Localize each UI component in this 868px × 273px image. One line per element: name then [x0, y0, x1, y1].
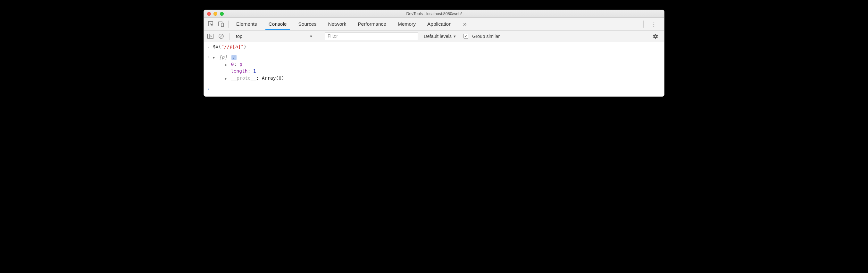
tab-label: Performance: [358, 21, 386, 27]
console-filter-bar: top ▼ Filter Default levels ▼ ✓ Group si…: [204, 30, 664, 42]
filter-input[interactable]: [325, 32, 418, 40]
tab-network[interactable]: Network: [322, 18, 352, 30]
svg-line-6: [220, 35, 223, 38]
expand-icon[interactable]: ▶: [225, 76, 227, 81]
console-input-row: › $x("//p[a]"): [204, 42, 664, 52]
console-settings-icon[interactable]: [649, 33, 662, 39]
svg-rect-2: [221, 23, 223, 27]
tab-label: Console: [269, 21, 287, 27]
devtools-window: DevTools - localhost:8080/web/ Elements …: [204, 10, 664, 97]
divider: [228, 21, 228, 28]
tab-elements[interactable]: Elements: [230, 18, 263, 30]
text-cursor: [213, 86, 213, 92]
tab-console[interactable]: Console: [263, 18, 292, 30]
log-levels-selector[interactable]: Default levels ▼: [424, 34, 458, 39]
chevron-down-icon: ▼: [309, 34, 313, 38]
context-selector[interactable]: top ▼: [234, 33, 317, 40]
panel-tabs: Elements Console Sources Network Perform…: [230, 18, 472, 30]
context-label: top: [236, 34, 242, 39]
overflow-icon: »: [463, 20, 467, 28]
settings-menu-icon[interactable]: ⋮: [646, 20, 662, 28]
info-icon[interactable]: i: [231, 55, 237, 60]
clear-console-icon[interactable]: [217, 32, 226, 41]
divider: [321, 33, 321, 40]
tab-label: Application: [427, 21, 452, 27]
tab-label: Network: [328, 21, 346, 27]
tab-performance[interactable]: Performance: [352, 18, 392, 30]
console-prompt[interactable]: ›: [204, 84, 664, 97]
input-marker-icon: ›: [207, 43, 213, 50]
chevron-down-icon: ▼: [453, 34, 457, 38]
main-toolbar: Elements Console Sources Network Perform…: [204, 18, 664, 30]
divider: [643, 21, 644, 28]
titlebar: DevTools - localhost:8080/web/: [204, 10, 664, 18]
object-property-row[interactable]: length: 1: [213, 68, 284, 75]
console-result-row: ‹ ▼ [p] i ▶ 0: p length: 1 ▶: [204, 52, 664, 84]
divider: [229, 33, 230, 40]
levels-label: Default levels: [424, 34, 452, 39]
group-similar-label: Group similar: [472, 34, 500, 39]
tab-overflow[interactable]: »: [457, 18, 472, 30]
svg-rect-3: [207, 34, 213, 38]
console-output: › $x("//p[a]") ‹ ▼ [p] i ▶ 0: p: [204, 42, 664, 97]
tab-label: Memory: [398, 21, 416, 27]
array-preview-line[interactable]: ▼ [p] i: [213, 54, 284, 61]
tab-label: Elements: [236, 21, 257, 27]
object-property-row[interactable]: ▶ 0: p: [213, 61, 284, 68]
tab-application[interactable]: Application: [422, 18, 457, 30]
window-title: DevTools - localhost:8080/web/: [204, 11, 664, 16]
output-marker-icon: ‹: [207, 53, 213, 60]
tab-label: Sources: [299, 21, 317, 27]
object-property-row[interactable]: ▶ __proto__: Array(0): [213, 75, 284, 82]
tab-memory[interactable]: Memory: [392, 18, 422, 30]
device-toolbar-icon[interactable]: [216, 18, 226, 30]
inspect-element-icon[interactable]: [206, 18, 216, 30]
sidebar-toggle-icon[interactable]: [206, 32, 215, 41]
expand-icon[interactable]: ▼: [213, 55, 215, 60]
prompt-marker-icon: ›: [207, 86, 213, 91]
console-input-expr: $x("//p[a]"): [213, 43, 247, 50]
result-block: ▼ [p] i ▶ 0: p length: 1 ▶ __proto__: Ar…: [213, 53, 284, 83]
expand-icon[interactable]: ▶: [225, 62, 227, 67]
tab-sources[interactable]: Sources: [292, 18, 322, 30]
group-similar-checkbox[interactable]: ✓: [464, 34, 468, 38]
